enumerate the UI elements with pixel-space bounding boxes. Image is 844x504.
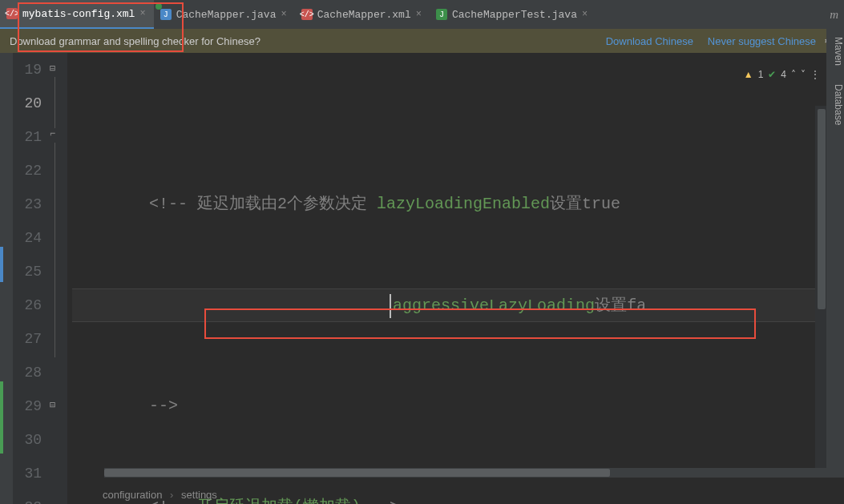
chevron-down-icon[interactable]: ˅ [801,58,806,91]
database-tool-button[interactable]: Database [830,76,844,133]
tab-label: mybatis-config.xml [22,8,135,20]
line-gutter: 1920212223242526272829303132 [13,53,46,504]
close-icon[interactable]: × [281,9,286,20]
vertical-scrollbar[interactable] [815,106,826,468]
tab-cachemappertest-java[interactable]: J CacheMapperTest.java × [430,0,596,29]
caret [390,294,391,318]
xml-icon: </> [301,9,313,20]
ok-icon: ✔ [768,58,776,91]
more-icon[interactable]: ⋮ [810,58,820,91]
close-icon[interactable]: × [582,9,588,20]
editor-tabs: </> mybatis-config.xml × J CacheMapper.j… [0,0,844,29]
fold-gutter: ⊟ ⌐ ⊟ [46,53,67,504]
warning-icon: ▲ [744,58,753,91]
close-icon[interactable]: × [416,9,422,20]
horizontal-scrollbar[interactable] [104,468,826,478]
breadcrumb-item[interactable]: configuration [103,489,162,501]
breadcrumb[interactable]: configuration › settings [103,489,217,501]
logo-icon: m [827,0,841,30]
editor: 1920212223242526272829303132 ⊟ ⌐ ⊟ ▲1 ✔4… [0,53,844,504]
dirty-indicator [155,3,162,10]
fold-line [55,143,55,357]
scrollbar-thumb[interactable] [818,109,826,309]
tab-mybatis-config[interactable]: </> mybatis-config.xml × [0,0,154,29]
code-line: aggressiveLazyLoading设置fa [72,288,844,322]
warning-count: 1 [758,58,764,91]
code-line: <!-- 延迟加载由2个参数决定 lazyLoadingEnabled设置tru… [72,187,844,221]
ok-count: 4 [781,58,786,91]
download-chinese-link[interactable]: Download Chinese [606,35,693,47]
breadcrumb-item[interactable]: settings [181,489,217,501]
scrollbar-thumb[interactable] [104,469,610,477]
vcs-marker [0,381,3,454]
fold-end-icon[interactable]: ⌐ [50,128,55,139]
chevron-up-icon[interactable]: ˄ [791,58,796,91]
tab-cachemapper-xml[interactable]: </> CacheMapper.xml × [295,0,430,29]
banner-message: Download grammar and spelling checker fo… [10,35,592,47]
tab-label: CacheMapper.xml [317,9,411,21]
code-line: --> [72,389,844,423]
vcs-marker [0,247,3,282]
tab-cachemapper-java[interactable]: J CacheMapper.java × [154,0,295,29]
chevron-right-icon: › [170,489,173,501]
marker-strip [0,53,13,504]
fold-collapse-icon[interactable]: ⊟ [50,62,55,75]
java-icon: J [160,9,172,20]
notification-banner: Download grammar and spelling checker fo… [0,29,844,53]
maven-tool-button[interactable]: Maven [830,29,844,74]
tab-label: CacheMapper.java [176,9,277,21]
fold-collapse-icon[interactable]: ⊟ [50,399,55,411]
never-suggest-link[interactable]: Never suggest Chinese [708,35,816,47]
fold-line [55,77,55,128]
xml-icon: </> [6,8,18,19]
inspection-indicators[interactable]: ▲1 ✔4 ˄ ˅ ⋮ [744,58,820,91]
tab-label: CacheMapperTest.java [452,9,577,21]
code-area[interactable]: ▲1 ✔4 ˄ ˅ ⋮ <!-- 延迟加载由2个参数决定 lazyLoading… [67,53,844,504]
test-icon: J [436,9,447,20]
right-tool-strip: m Maven Database [826,29,844,478]
close-icon[interactable]: × [139,8,145,19]
